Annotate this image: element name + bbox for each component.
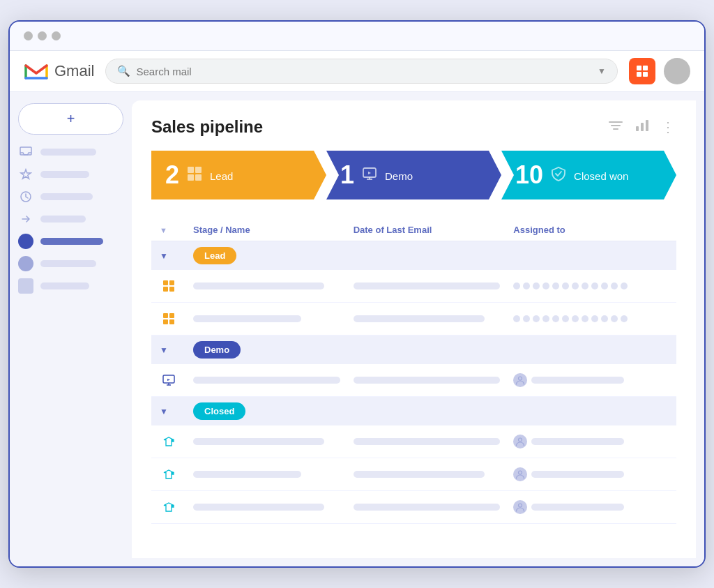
svg-rect-14 — [195, 167, 202, 173]
sidebar-item-inbox[interactable] — [18, 144, 123, 160]
header-icons — [629, 58, 690, 84]
dot — [523, 315, 530, 322]
svg-point-35 — [519, 471, 522, 474]
table-row[interactable] — [151, 303, 676, 336]
group-chevron-demo[interactable]: ▼ — [160, 345, 188, 355]
group-row-demo[interactable]: ▼ Demo — [151, 336, 676, 364]
name-placeholder — [193, 438, 324, 445]
inbox-icon — [18, 144, 33, 160]
group-row-closed[interactable]: ▼ Closed — [151, 397, 676, 425]
dot — [533, 315, 540, 322]
table-row[interactable] — [151, 491, 676, 524]
svg-point-31 — [519, 377, 522, 380]
compose-button[interactable]: + — [18, 103, 123, 135]
assigned-name-placeholder — [531, 438, 624, 445]
closed-row-name-2 — [193, 471, 348, 478]
stage-lead[interactable]: 2 Lead — [151, 151, 326, 199]
name-placeholder — [193, 282, 324, 289]
minimize-dot — [38, 31, 47, 40]
closed-label: Closed won — [574, 170, 628, 182]
dot — [601, 282, 608, 289]
stage-demo[interactable]: 1 Demo — [326, 151, 501, 199]
closed-group-badge: Closed — [193, 402, 245, 420]
lead-badge-cell: Lead — [193, 247, 348, 264]
main-content: Sales pipeline — [132, 100, 696, 558]
svg-point-34 — [172, 473, 174, 474]
col-name-label: Stage / Name — [193, 225, 250, 235]
grid-view-button[interactable] — [629, 58, 655, 84]
search-dropdown-icon[interactable]: ▼ — [598, 66, 606, 76]
search-bar[interactable]: 🔍 ▼ — [105, 59, 618, 84]
lead-row-email-2 — [354, 315, 508, 322]
close-dot — [24, 31, 33, 40]
dot — [513, 315, 520, 322]
sidebar-item-sent[interactable] — [18, 211, 123, 227]
svg-rect-12 — [646, 120, 648, 131]
lead-row-icon-2 — [160, 310, 178, 328]
demo-group-badge: Demo — [193, 341, 241, 359]
group-chevron-lead[interactable]: ▼ — [160, 251, 188, 261]
avatar-icon — [513, 373, 527, 387]
svg-point-33 — [519, 438, 522, 442]
search-input[interactable] — [136, 66, 592, 77]
closed-icon — [550, 165, 567, 186]
gmail-logo: Gmail — [24, 59, 94, 84]
dot — [562, 315, 569, 322]
dot2-label-placeholder — [40, 260, 96, 267]
sidebar-item-active[interactable] — [18, 234, 123, 249]
assigned-name-placeholder — [531, 377, 624, 384]
search-icon: 🔍 — [117, 65, 130, 77]
sidebar-items — [18, 144, 123, 294]
stage-closed[interactable]: 10 Closed won — [501, 151, 676, 199]
email-placeholder — [354, 438, 501, 445]
page-title: Sales pipeline — [151, 117, 263, 137]
svg-rect-4 — [643, 72, 648, 77]
name-placeholder — [193, 471, 301, 478]
dot — [582, 282, 588, 289]
sidebar-item-dot2[interactable] — [18, 256, 123, 271]
clock-icon — [18, 189, 33, 204]
name-placeholder — [193, 377, 340, 384]
traffic-lights — [24, 31, 61, 40]
email-placeholder — [354, 315, 485, 322]
closed-row-email-1 — [354, 438, 508, 445]
group-chevron-closed[interactable]: ▼ — [160, 407, 188, 416]
dot — [582, 315, 588, 322]
closed-count: 10 — [515, 160, 543, 190]
pipeline-table: ▼ Stage / Name Date of Last Email Assign… — [151, 219, 676, 524]
svg-rect-16 — [195, 174, 202, 181]
table-row[interactable] — [151, 364, 676, 397]
svg-rect-1 — [637, 66, 641, 70]
demo-row-name-1 — [193, 377, 348, 384]
more-options-icon[interactable]: ⋮ — [661, 119, 676, 135]
closed-row-assigned-1 — [513, 435, 668, 448]
svg-rect-22 — [163, 287, 168, 292]
sidebar-item-starred[interactable] — [18, 167, 123, 182]
table-row[interactable] — [151, 458, 676, 491]
demo-row-icon-1 — [160, 371, 178, 389]
table-row[interactable] — [151, 270, 676, 303]
avatar-icon — [513, 500, 527, 514]
snoozed-label-placeholder — [40, 193, 93, 200]
analytics-icon[interactable] — [635, 119, 650, 135]
sidebar-item-snoozed[interactable] — [18, 189, 123, 204]
demo-stage-text: Demo — [385, 169, 413, 182]
sort-arrow-icon[interactable]: ▼ — [160, 226, 167, 234]
dots-placeholder — [513, 282, 668, 289]
dot — [533, 282, 540, 289]
lead-group-badge: Lead — [193, 247, 236, 264]
demo-icon — [361, 165, 378, 186]
closed-badge-cell: Closed — [193, 402, 348, 420]
user-avatar[interactable] — [664, 58, 690, 84]
gmail-label: Gmail — [54, 62, 94, 80]
svg-rect-25 — [169, 313, 174, 318]
assigned-name-placeholder — [531, 471, 624, 478]
table-row[interactable] — [151, 425, 676, 458]
dot — [572, 282, 579, 289]
filter-icon[interactable] — [608, 120, 623, 135]
group-row-lead[interactable]: ▼ Lead — [151, 241, 676, 270]
lead-row-assigned-2 — [513, 315, 668, 322]
lead-label: Lead — [210, 170, 233, 182]
dots-placeholder — [513, 315, 668, 322]
sidebar-item-square[interactable] — [18, 278, 123, 294]
